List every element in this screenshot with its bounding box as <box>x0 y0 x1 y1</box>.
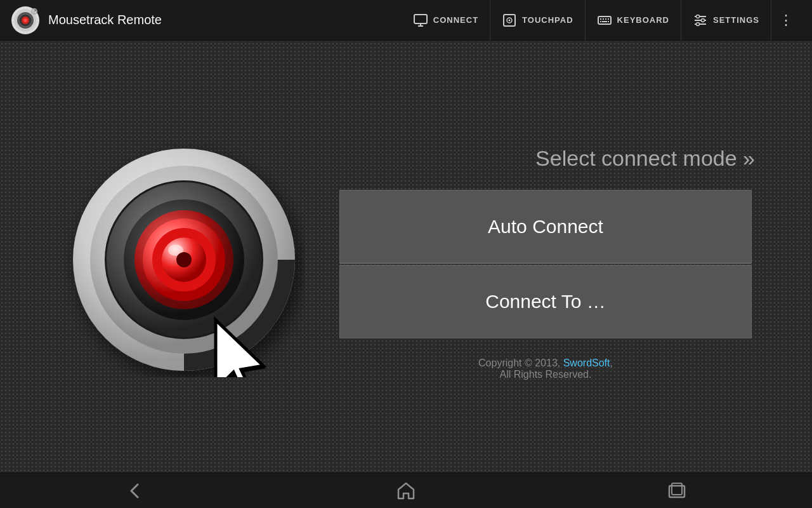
recents-button[interactable] <box>652 478 702 504</box>
mousetrack-logo-svg <box>63 136 304 377</box>
svg-rect-9 <box>414 15 427 23</box>
svg-marker-43 <box>398 483 414 498</box>
connect-section: Select connect mode » Auto Connect Conne… <box>317 133 774 380</box>
navbar-left: Mousetrack Remote <box>10 5 162 36</box>
touchpad-nav-button[interactable]: TOUCHPAD <box>490 0 585 41</box>
logo-section <box>51 136 317 377</box>
keyboard-icon <box>597 13 612 28</box>
svg-point-5 <box>23 18 27 22</box>
app-logo-large <box>63 136 304 377</box>
keyboard-nav-label: KEYBOARD <box>617 15 669 25</box>
svg-rect-19 <box>608 18 609 20</box>
svg-point-14 <box>509 19 511 21</box>
settings-icon <box>693 13 708 28</box>
app-logo-icon <box>10 5 41 36</box>
svg-rect-21 <box>602 21 607 22</box>
navbar-right: CONNECT TOUCHPAD KEYBOARD <box>402 0 802 41</box>
recents-icon <box>667 481 687 501</box>
touchpad-nav-label: TOUCHPAD <box>522 15 573 25</box>
connect-nav-label: CONNECT <box>433 15 478 25</box>
app-title: Mousetrack Remote <box>48 13 162 27</box>
back-icon <box>125 481 145 501</box>
svg-point-27 <box>701 18 704 22</box>
keyboard-nav-button[interactable]: KEYBOARD <box>586 0 681 41</box>
home-button[interactable] <box>381 478 431 504</box>
home-icon <box>396 481 416 501</box>
svg-rect-15 <box>598 17 611 24</box>
svg-point-28 <box>696 22 699 25</box>
svg-rect-16 <box>600 18 601 20</box>
main-content: Select connect mode » Auto Connect Conne… <box>0 41 812 472</box>
monitor-icon <box>413 13 428 28</box>
svg-rect-18 <box>605 18 606 20</box>
settings-nav-button[interactable]: SETTINGS <box>681 0 771 41</box>
connect-nav-button[interactable]: CONNECT <box>402 0 490 41</box>
svg-rect-22 <box>608 21 609 22</box>
settings-nav-label: SETTINGS <box>713 15 759 25</box>
back-button[interactable] <box>110 478 160 504</box>
auto-connect-button[interactable]: Auto Connect <box>339 190 752 264</box>
bottom-bar <box>0 472 812 508</box>
select-mode-title: Select connect mode » <box>535 146 774 171</box>
overflow-icon: ⋮ <box>779 12 794 29</box>
svg-point-26 <box>696 15 699 18</box>
svg-rect-45 <box>672 483 682 495</box>
svg-rect-17 <box>603 18 604 20</box>
all-rights-text: All Rights Reserved. <box>500 369 592 380</box>
copyright: Copyright © 2013, SwordSoft, All Rights … <box>478 358 613 380</box>
svg-point-39 <box>176 252 192 267</box>
connect-buttons: Auto Connect Connect To … <box>339 190 752 338</box>
overflow-button[interactable]: ⋮ <box>771 0 802 41</box>
navbar: Mousetrack Remote CONNECT TOUCHPAD <box>0 0 812 41</box>
connect-to-button[interactable]: Connect To … <box>339 265 752 338</box>
copyright-link[interactable]: SwordSoft <box>563 358 610 368</box>
svg-rect-20 <box>600 21 601 22</box>
copyright-text: Copyright © 2013, <box>478 358 563 368</box>
touchpad-icon <box>502 13 517 28</box>
